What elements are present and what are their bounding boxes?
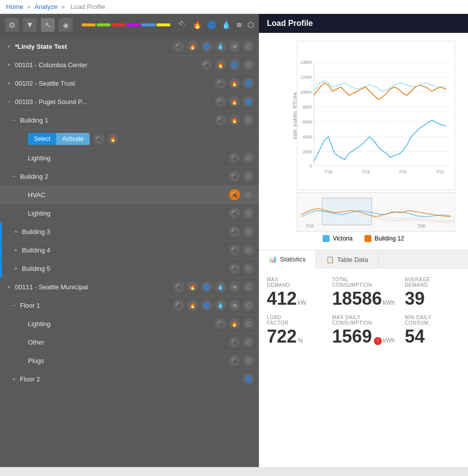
tab-table-data[interactable]: 📋 Table Data xyxy=(316,250,378,269)
tree-item-building4[interactable]: + Building 4 🔌 ⬡ xyxy=(0,241,259,259)
stat-unit-max-daily: kWh xyxy=(383,337,395,344)
left-panel: ⚙ ▼ ↖ ◈ 🔌 🔥 🌀 💧 ≋ ⬡ xyxy=(0,14,259,467)
tag-icon[interactable]: ◈ xyxy=(59,18,73,32)
tree-label-hvac: HVAC xyxy=(28,191,229,199)
icon-elec: 🔌 xyxy=(229,244,240,255)
icon-flame: 🔥 xyxy=(229,318,240,329)
tree-item-building1[interactable]: − Building 1 🔌 🔥 ⬡ xyxy=(0,111,259,129)
header-cube-icon: ⬡ xyxy=(247,20,254,29)
expand-lindy[interactable]: + xyxy=(5,42,13,50)
breadcrumb-home[interactable]: Home xyxy=(6,3,23,10)
icon-flame: 🔥 xyxy=(229,115,240,125)
stat-min-daily: MIN DAILYCONSUM... 54 xyxy=(405,315,460,347)
expand-building5[interactable]: + xyxy=(12,264,20,272)
tree-label-building5: Building 5 xyxy=(22,265,229,272)
icon-misc: ≋ xyxy=(229,41,240,52)
tree-item-other[interactable]: Other 🔌 ⬡ xyxy=(0,333,259,352)
panel-title: Load Profile xyxy=(267,19,313,27)
tree-item-plugs[interactable]: Plugs 🔌 ⬡ xyxy=(0,352,259,370)
tree-item-floor1[interactable]: − Floor 1 🔌 🔥 🌀 💧 ≋ ⬡ xyxy=(0,296,259,315)
icon-elec: 🔌 xyxy=(229,355,240,366)
stat-label-load-factor: LOADFACTOR xyxy=(267,315,322,326)
svg-text:0: 0 xyxy=(309,163,312,168)
breadcrumb: Home » Analyze » Load Profile xyxy=(0,0,468,14)
filter-icon[interactable]: ▼ xyxy=(23,18,37,32)
expand-building2[interactable]: − xyxy=(10,172,18,180)
icon-elec: 🔌 xyxy=(229,171,240,182)
icon-elec: 🔌 xyxy=(229,337,240,348)
tree-item-floor2[interactable]: + Floor 2 🌀 xyxy=(0,370,259,388)
main-chart-wrapper: kWh, kVARh, BTU/Hr 14000 1 xyxy=(297,41,455,232)
cursor-icon[interactable]: ↖ xyxy=(41,18,55,32)
header-flame-icon: 🔥 xyxy=(193,20,202,29)
expand-seattle-trust[interactable]: + xyxy=(5,79,13,87)
expand-building1[interactable]: − xyxy=(10,116,18,124)
icon-elec: 🔌 xyxy=(215,318,226,329)
color-bar-6 xyxy=(156,23,170,26)
svg-text:4000: 4000 xyxy=(303,134,312,139)
icon-flame: 🔥 xyxy=(108,133,118,144)
tree-item-hvac[interactable]: HVAC 🔌 ⬡ xyxy=(0,186,259,204)
gear-icon[interactable]: ⚙ xyxy=(5,18,19,32)
alert-icon-max-daily: ! xyxy=(374,337,382,345)
expand-hvac xyxy=(18,191,26,199)
icon-cube: ⬡ xyxy=(243,281,254,292)
activate-button[interactable]: Activate xyxy=(56,133,90,145)
legend-color-building12 xyxy=(364,235,371,242)
legend: Victoria Building 12 xyxy=(267,235,460,242)
tree-label-lighting2: Lighting xyxy=(28,210,229,217)
tree-label-plugs: Plugs xyxy=(28,357,229,364)
expand-seattle-muni[interactable]: + xyxy=(5,283,13,291)
mini-chart[interactable]: 7/15 7/30 xyxy=(297,192,455,232)
expand-puget[interactable]: − xyxy=(5,98,13,106)
tree-item-lindy[interactable]: + *Lindy State Test 🔌 🔥 🌀 💧 ≋ ⬡ xyxy=(0,37,259,56)
tree-label-lindy: *Lindy State Test xyxy=(15,43,173,50)
icon-cube: ⬡ xyxy=(243,189,254,200)
tree-label-floor1: Floor 1 xyxy=(20,302,173,309)
icon-flame: 🔥 xyxy=(229,78,240,89)
expand-floor1[interactable]: − xyxy=(10,301,18,309)
icon-elec: 🔌 xyxy=(173,300,184,311)
color-bar-3 xyxy=(112,23,125,26)
tab-statistics[interactable]: 📊 Statistics xyxy=(259,250,316,269)
stats-bar-icon: 📊 xyxy=(269,255,277,263)
stat-max-daily: MAX DAILYCONSUMPTION 1569 ! kWh xyxy=(332,315,395,347)
expand-building4[interactable]: + xyxy=(12,246,20,254)
tree-label-other: Other xyxy=(28,339,229,346)
stat-label-total-consumption: TOTALCONSUMPTION xyxy=(332,277,395,288)
stat-value-max-daily: 1569 xyxy=(332,327,372,347)
select-button[interactable]: Select xyxy=(28,133,56,145)
tree-item-seattle-muni[interactable]: + 00111 - Seattle Municipal 🔌 🔥 🌀 💧 ≋ ⬡ xyxy=(0,278,259,296)
tree-item-building5[interactable]: + Building 5 🔌 ⬡ xyxy=(0,259,259,278)
tree-item-seattle-trust[interactable]: + 00102 - Seattle Trust 🔌 🔥 🌀 xyxy=(0,74,259,93)
svg-text:14000: 14000 xyxy=(300,60,312,65)
icon-fan: 💧 xyxy=(215,281,226,292)
stat-total-consumption: TOTALCONSUMPTION 18586 kWh xyxy=(332,277,395,309)
tree-item-puget[interactable]: − 00103 - Puget Sound P... 🔌 🔥 🌀 xyxy=(0,93,259,111)
chart-area: kWh, kVARh, BTU/Hr 14000 1 xyxy=(259,33,468,250)
svg-text:7/15: 7/15 xyxy=(306,224,314,229)
icon-elec: 🔌 xyxy=(215,78,226,89)
icon-cube: ⬡ xyxy=(243,263,254,274)
expand-columbia[interactable]: + xyxy=(5,61,13,69)
icon-elec: 🔌 xyxy=(201,59,212,70)
tree-label-columbia: 00101 - Columbia Center xyxy=(15,61,201,69)
svg-text:7/21: 7/21 xyxy=(436,169,445,174)
tree-item-lighting3[interactable]: Lighting 🔌 🔥 ⬡ xyxy=(0,315,259,333)
tree-item-lighting2[interactable]: Lighting 🔌 ⬡ xyxy=(0,204,259,223)
icon-cube: ⬡ xyxy=(243,226,254,237)
tree-container[interactable]: + *Lindy State Test 🔌 🔥 🌀 💧 ≋ ⬡ + 00101 … xyxy=(0,37,259,467)
svg-text:2000: 2000 xyxy=(303,149,312,154)
expand-floor2[interactable]: + xyxy=(10,375,18,383)
expand-lighting1 xyxy=(18,154,26,162)
tree-item-lighting1[interactable]: Lighting 🔌 ⬡ xyxy=(0,149,259,167)
legend-label-building12: Building 12 xyxy=(374,235,404,242)
expand-building3[interactable]: + xyxy=(12,228,20,236)
breadcrumb-analyze[interactable]: Analyze xyxy=(34,3,57,10)
tree-item-building2[interactable]: − Building 2 🔌 ⬡ xyxy=(0,167,259,186)
icon-fan: 💧 xyxy=(215,300,226,311)
tree-item-building3[interactable]: + Building 3 🔌 ⬡ xyxy=(0,223,259,241)
icon-flame: 🔥 xyxy=(229,96,240,107)
tree-item-columbia[interactable]: + 00101 - Columbia Center 🔌 🔥 🌀 ⬡ xyxy=(0,56,259,74)
tree-label-building1: Building 1 xyxy=(20,117,215,124)
